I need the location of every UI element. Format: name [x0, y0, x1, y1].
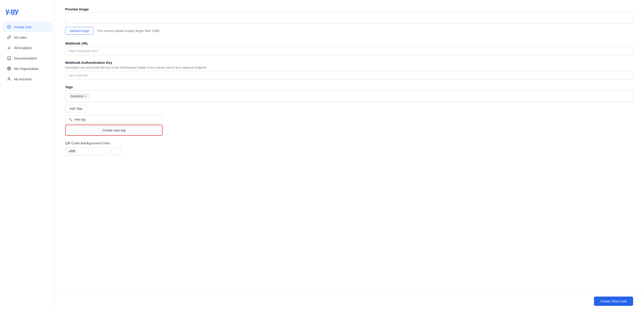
create-short-link-button[interactable]: Create Short Link [594, 297, 633, 306]
tags-box: business × [65, 90, 633, 102]
sidebar-item-my-organization[interactable]: My Organization [2, 63, 52, 73]
bottom-bar: Create Short Link [54, 293, 644, 309]
sidebar-item-all-analytics-label: All Analytics [14, 46, 32, 50]
sidebar-item-documentation[interactable]: Documentation [2, 53, 52, 63]
create-new-tag-button[interactable]: Create new tag [66, 125, 162, 135]
webhook-auth-sublabel-before: If provided, we will provide this key in… [65, 66, 119, 69]
sidebar-item-create-link-label: Create Link [14, 25, 32, 29]
sidebar-item-my-account[interactable]: My Account [2, 74, 52, 84]
qr-code-label: QR Code Background Color [65, 141, 633, 145]
bar-chart-icon [7, 45, 11, 50]
tag-search-box: 🔍 [65, 115, 162, 124]
webhook-url-input[interactable] [65, 47, 633, 55]
sidebar-item-all-links[interactable]: All Links [2, 32, 52, 42]
plus-circle-icon [7, 25, 11, 29]
upload-row: Upload Image (You cannot upload images l… [65, 27, 633, 35]
tags-section: Tags business × Add Tags 🔍 Create new ta… [65, 85, 633, 136]
sidebar: y.gy Create Link All Links [0, 0, 54, 309]
preview-image-label: Preview Image [65, 7, 633, 11]
main-content: Preview Image Upload Image (You cannot u… [54, 0, 644, 309]
preview-image-section: Preview Image Upload Image (You cannot u… [65, 7, 633, 35]
sidebar-item-create-link[interactable]: Create Link [2, 22, 52, 32]
svg-point-8 [8, 77, 10, 79]
link-icon [7, 35, 11, 39]
webhook-auth-sublabel-after: header of the request sent to your webho… [136, 66, 207, 69]
upload-hint: (You cannot upload images larger than 1M… [97, 29, 159, 32]
webhook-auth-sublabel-em: Authorization [119, 66, 136, 69]
logo-text: y.gy [6, 7, 18, 15]
color-row [65, 147, 633, 155]
webhook-url-label: Webhook URL [65, 41, 633, 45]
webhook-auth-sublabel: If provided, we will provide this key in… [65, 66, 633, 69]
tag-remove-button[interactable]: × [85, 95, 87, 98]
create-new-tag-wrapper: Create new tag [65, 125, 162, 136]
webhook-url-section: Webhook URL [65, 41, 633, 55]
tag-chip-business: business × [68, 93, 89, 99]
sidebar-item-my-account-label: My Account [14, 77, 32, 81]
upload-image-button[interactable]: Upload Image [65, 27, 94, 35]
search-icon: 🔍 [68, 118, 72, 121]
book-icon [7, 56, 11, 60]
color-swatch[interactable] [113, 147, 121, 155]
webhook-auth-input[interactable] [65, 71, 633, 80]
tags-label: Tags [65, 85, 633, 89]
sidebar-nav: Create Link All Links All Analytics [0, 21, 54, 84]
tag-chip-label: business [71, 94, 84, 98]
preview-image-input [65, 12, 633, 24]
logo: y.gy [0, 4, 54, 21]
sidebar-item-documentation-label: Documentation [14, 56, 37, 60]
webhook-auth-label: Webhook Authentication Key [65, 61, 633, 64]
tag-search-input[interactable] [74, 118, 159, 121]
globe-icon [7, 66, 11, 71]
sidebar-item-all-analytics[interactable]: All Analytics [2, 43, 52, 53]
add-tags-button[interactable]: Add Tags [65, 105, 87, 112]
qr-code-section: QR Code Background Color [65, 141, 633, 155]
user-icon [7, 77, 11, 81]
color-value-input[interactable] [65, 147, 110, 155]
sidebar-item-all-links-label: All Links [14, 35, 27, 39]
sidebar-item-my-organization-label: My Organization [14, 67, 39, 71]
webhook-auth-section: Webhook Authentication Key If provided, … [65, 61, 633, 80]
